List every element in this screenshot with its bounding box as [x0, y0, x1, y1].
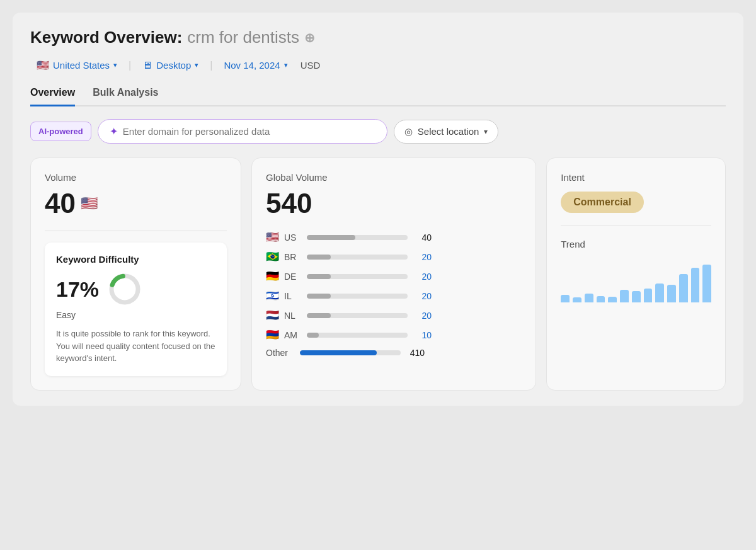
- tab-bulk-analysis[interactable]: Bulk Analysis: [93, 87, 158, 106]
- filters-row: 🇺🇸 United States ▾ | 🖥 Desktop ▾ | Nov 1…: [30, 56, 726, 74]
- trend-bar: [679, 274, 688, 302]
- trend-bar: [655, 284, 664, 302]
- tabs-bar: Overview Bulk Analysis: [30, 87, 726, 106]
- country-code-text: BR: [284, 252, 302, 262]
- trend-bar: [561, 295, 570, 302]
- date-chevron-icon: ▾: [284, 61, 288, 69]
- country-flag-icon: 🇩🇪: [266, 270, 279, 283]
- other-bar-fill: [300, 350, 377, 355]
- device-filter-button[interactable]: 🖥 Desktop ▾: [136, 57, 205, 74]
- country-code-text: IL: [284, 291, 302, 301]
- intent-label: Intent: [561, 172, 711, 183]
- trend-bar: [702, 265, 711, 302]
- country-flag-icon: 🇦🇲: [266, 328, 279, 341]
- country-bar-track: [307, 255, 408, 260]
- country-value-text: 20: [413, 311, 432, 321]
- filter-sep-2: |: [210, 60, 212, 71]
- tab-overview[interactable]: Overview: [30, 87, 75, 106]
- sparkle-icon: ✦: [110, 125, 118, 137]
- trend-bar: [573, 297, 581, 302]
- global-volume-value: 540: [266, 188, 522, 219]
- kd-easy-label: Easy: [56, 310, 215, 320]
- country-bar-track: [307, 333, 408, 338]
- country-flag-icon: 🇧🇷: [266, 250, 279, 263]
- currency-label: USD: [301, 60, 321, 71]
- ai-powered-badge: AI-powered: [30, 122, 91, 141]
- volume-divider: [45, 231, 227, 231]
- kd-row: 17%: [56, 272, 215, 306]
- location-chevron-icon: ▾: [484, 127, 488, 136]
- date-filter-button[interactable]: Nov 14, 2024 ▾: [217, 57, 294, 74]
- trend-bar: [644, 289, 653, 302]
- global-volume-card: Global Volume 540 🇺🇸 US 40 🇧🇷 BR 20 🇩🇪 D…: [251, 158, 536, 391]
- other-bar-track: [300, 350, 401, 355]
- trend-chart: [561, 258, 711, 302]
- country-value-text: 10: [413, 330, 432, 340]
- other-row: Other 410: [266, 348, 522, 358]
- intent-divider: [561, 226, 711, 226]
- date-label: Nov 14, 2024: [224, 60, 280, 71]
- country-bar-track: [307, 235, 408, 240]
- trend-bar: [597, 296, 605, 302]
- volume-label: Volume: [45, 172, 227, 183]
- country-bar-fill: [307, 313, 331, 318]
- kd-donut-chart: [108, 272, 142, 306]
- country-bar-fill: [307, 333, 319, 338]
- country-bar-track: [307, 294, 408, 299]
- filter-sep-1: |: [129, 60, 131, 71]
- country-code-text: DE: [284, 272, 302, 282]
- page-title: Keyword Overview: crm for dentists ⊕: [30, 28, 726, 47]
- country-bar-track: [307, 313, 408, 318]
- volume-value: 40 🇺🇸: [45, 188, 227, 219]
- add-keyword-icon[interactable]: ⊕: [304, 30, 315, 45]
- device-icon: 🖥: [142, 60, 152, 71]
- keyword-text: crm for dentists: [187, 28, 299, 47]
- country-flag-icon: 🇺🇸: [266, 231, 279, 244]
- country-bar-fill: [307, 255, 331, 260]
- volume-card: Volume 40 🇺🇸 Keyword Difficulty 17%: [30, 158, 241, 391]
- other-value: 410: [406, 348, 425, 358]
- country-value-text: 20: [413, 291, 432, 301]
- trend-bar: [620, 290, 629, 302]
- title-text: Keyword Overview:: [30, 28, 182, 47]
- country-chevron-icon: ▾: [113, 61, 117, 69]
- volume-number-text: 40: [45, 188, 76, 219]
- country-filter-button[interactable]: 🇺🇸 United States ▾: [30, 56, 123, 74]
- location-label: Select location: [418, 126, 479, 137]
- country-row: 🇺🇸 US 40: [266, 231, 522, 244]
- trend-bar: [691, 268, 700, 302]
- country-code-text: AM: [284, 330, 302, 340]
- country-flag-icon: 🇮🇱: [266, 289, 279, 302]
- trend-bar: [585, 294, 593, 302]
- trend-bar: [632, 291, 641, 302]
- trend-bar: [608, 297, 617, 302]
- device-label: Desktop: [156, 60, 191, 71]
- keyword-difficulty-box: Keyword Difficulty 17% Easy It is quite …: [45, 243, 227, 376]
- country-row: 🇧🇷 BR 20: [266, 250, 522, 263]
- kd-description: It is quite possible to rank for this ke…: [56, 328, 215, 365]
- ai-bar: AI-powered ✦ ◎ Select location ▾: [30, 119, 726, 144]
- country-bar-fill: [307, 294, 331, 299]
- domain-input-wrapper[interactable]: ✦: [98, 119, 387, 144]
- kd-label: Keyword Difficulty: [56, 254, 215, 265]
- country-bar-fill: [307, 274, 331, 279]
- global-volume-label: Global Volume: [266, 172, 522, 183]
- country-value-text: 20: [413, 272, 432, 282]
- country-code-text: US: [284, 232, 302, 243]
- volume-flag: 🇺🇸: [81, 195, 98, 212]
- page-wrapper: Keyword Overview: crm for dentists ⊕ 🇺🇸 …: [13, 13, 743, 406]
- country-value-text: 20: [413, 252, 432, 262]
- kd-percent-text: 17%: [56, 277, 99, 302]
- country-flag: 🇺🇸: [37, 59, 49, 71]
- trend-bar: [667, 285, 676, 302]
- location-select-button[interactable]: ◎ Select location ▾: [394, 120, 499, 144]
- country-code-text: NL: [284, 311, 302, 321]
- country-bar-fill: [307, 235, 355, 240]
- domain-input[interactable]: [123, 126, 375, 137]
- country-label: United States: [53, 60, 110, 71]
- location-pin-icon: ◎: [404, 126, 413, 137]
- country-row: 🇩🇪 DE 20: [266, 270, 522, 283]
- donut-svg: [108, 272, 142, 306]
- country-row: 🇮🇱 IL 20: [266, 289, 522, 302]
- intent-card: Intent Commercial Trend: [546, 158, 726, 391]
